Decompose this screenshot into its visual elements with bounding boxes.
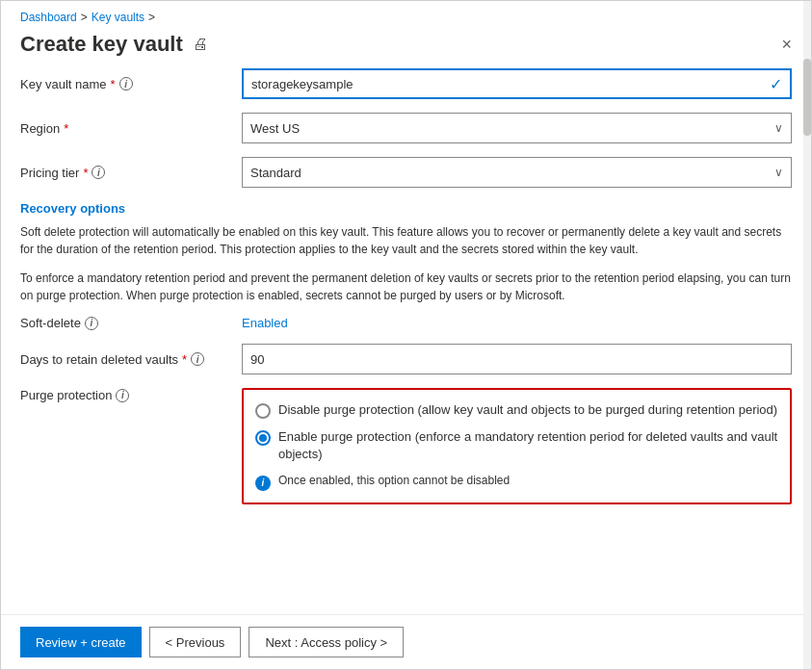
- region-label: Region *: [20, 121, 242, 136]
- recovery-options-title: Recovery options: [20, 201, 792, 216]
- soft-delete-value: Enabled: [242, 316, 288, 330]
- purge-info-icon[interactable]: i: [116, 389, 129, 402]
- purge-disable-radio[interactable]: [255, 403, 271, 419]
- pricing-tier-label: Pricing tier * i: [20, 166, 242, 180]
- pricing-tier-dropdown[interactable]: Standard ∨: [242, 157, 792, 188]
- scrollbar[interactable]: [803, 1, 811, 669]
- purge-enable-label: Enable purge protection (enforce a manda…: [278, 428, 778, 463]
- breadcrumb-keyvaults[interactable]: Key vaults: [92, 11, 144, 24]
- scrollbar-thumb[interactable]: [803, 59, 811, 136]
- valid-checkmark-icon: ✓: [770, 75, 782, 93]
- purge-disable-label: Disable purge protection (allow key vaul…: [278, 401, 777, 419]
- panel-header: Create key vault 🖨 ×: [1, 28, 811, 68]
- footer: Review + create < Previous Next : Access…: [1, 614, 811, 669]
- pricing-tier-info-icon[interactable]: i: [92, 166, 105, 179]
- pricing-tier-row: Pricing tier * i Standard ∨: [20, 157, 792, 188]
- purge-protection-row: Purge protection i Disable purge protect…: [20, 388, 792, 504]
- print-icon[interactable]: 🖨: [193, 36, 208, 53]
- purge-protection-box: Disable purge protection (allow key vaul…: [242, 388, 792, 504]
- breadcrumb-sep1: >: [81, 11, 88, 24]
- purge-enable-radio[interactable]: [255, 430, 271, 446]
- soft-delete-info-icon[interactable]: i: [85, 317, 98, 330]
- breadcrumb: Dashboard > Key vaults >: [1, 1, 811, 28]
- panel-title: Create key vault 🖨: [20, 32, 208, 57]
- days-retain-row: Days to retain deleted vaults * i: [20, 344, 792, 374]
- soft-delete-row: Soft-delete i Enabled: [20, 316, 792, 330]
- close-icon[interactable]: ×: [781, 36, 792, 53]
- previous-button[interactable]: < Previous: [149, 627, 242, 657]
- create-key-vault-panel: Dashboard > Key vaults > Create key vaul…: [0, 0, 812, 670]
- form-content: Key vault name * i storagekeysample ✓ Re…: [1, 68, 811, 614]
- days-retain-label: Days to retain deleted vaults * i: [20, 352, 242, 367]
- region-dropdown[interactable]: West US ∨: [242, 113, 792, 143]
- key-vault-name-row: Key vault name * i storagekeysample ✓: [20, 68, 792, 99]
- notice-info-icon: i: [255, 476, 271, 491]
- breadcrumb-dashboard[interactable]: Dashboard: [20, 11, 77, 24]
- page-title: Create key vault: [20, 32, 183, 57]
- soft-delete-info-text-1: Soft delete protection will automaticall…: [20, 223, 792, 258]
- key-vault-name-input[interactable]: storagekeysample ✓: [242, 68, 792, 99]
- next-button[interactable]: Next : Access policy >: [249, 627, 404, 657]
- region-dropdown-arrow-icon: ∨: [774, 121, 783, 135]
- purge-protection-label: Purge protection i: [20, 388, 242, 402]
- region-row: Region * West US ∨: [20, 113, 792, 143]
- review-create-button[interactable]: Review + create: [20, 627, 142, 657]
- purge-notice-row: i Once enabled, this option cannot be di…: [255, 474, 778, 491]
- purge-notice-text: Once enabled, this option cannot be disa…: [278, 474, 510, 487]
- purge-enable-option[interactable]: Enable purge protection (enforce a manda…: [255, 428, 778, 463]
- pricing-tier-dropdown-arrow-icon: ∨: [774, 166, 783, 179]
- days-retain-input[interactable]: [242, 344, 792, 374]
- days-retain-info-icon[interactable]: i: [191, 352, 204, 366]
- soft-delete-label: Soft-delete i: [20, 316, 242, 330]
- key-vault-name-label: Key vault name * i: [20, 77, 242, 91]
- purge-disable-option[interactable]: Disable purge protection (allow key vaul…: [255, 401, 778, 419]
- key-vault-name-info-icon[interactable]: i: [119, 77, 133, 90]
- soft-delete-info-text-2: To enforce a mandatory retention period …: [20, 270, 792, 304]
- breadcrumb-sep2: >: [148, 11, 155, 24]
